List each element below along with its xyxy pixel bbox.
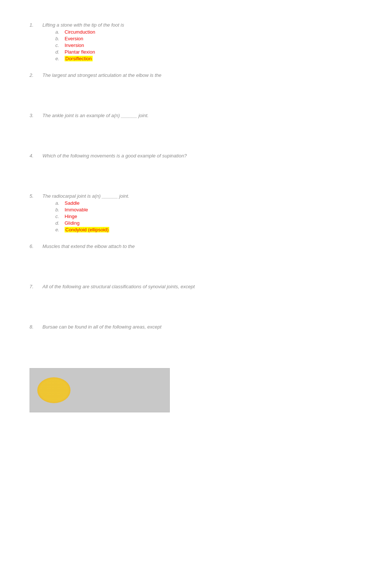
question-block-3: 3.The ankle joint is an example of a(n) …: [30, 113, 362, 142]
question-block-1: 1.Lifting a stone with the tip of the fo…: [30, 22, 362, 61]
question-block-8: 8.Bursae can be found in all of the foll…: [30, 324, 362, 353]
question-block-2: 2.The largest and strongest articulation…: [30, 72, 362, 102]
question-block-7: 7.All of the following are structural cl…: [30, 284, 362, 313]
option-letter-1-3: c.: [55, 42, 65, 48]
options-list-1: a.Circumductionb.Eversionc.Inversiond.Pl…: [55, 29, 362, 61]
question-line-2: 2.The largest and strongest articulation…: [30, 72, 362, 78]
question-number-7: 7.: [30, 284, 42, 289]
question-block-6: 6.Muscles that extend the elbow attach t…: [30, 244, 362, 273]
option-text-5-2: Immovable: [65, 207, 88, 212]
option-text-1-1: Circumduction: [65, 29, 95, 35]
question-text-6: Muscles that extend the elbow attach to …: [42, 244, 135, 249]
option-5-1: a.Saddle: [55, 200, 362, 206]
question-text-1: Lifting a stone with the tip of the foot…: [42, 22, 124, 28]
option-letter-1-4: d.: [55, 49, 65, 55]
option-text-1-3: Inversion: [65, 42, 84, 48]
option-text-5-5: Condyloid (ellipsoid): [65, 227, 109, 232]
option-text-5-1: Saddle: [65, 200, 79, 206]
question-text-7: All of the following are structural clas…: [42, 284, 195, 289]
question-line-7: 7.All of the following are structural cl…: [30, 284, 362, 289]
spacer-4: [30, 160, 362, 182]
option-letter-1-2: b.: [55, 36, 65, 41]
option-1-5: e.Dorsiflection: [55, 56, 362, 61]
option-1-2: b.Eversion: [55, 36, 362, 41]
question-text-2: The largest and strongest articulation a…: [42, 72, 161, 78]
question-text-5: The radiocarpal joint is a(n) ______ joi…: [42, 193, 130, 199]
option-letter-5-3: c.: [55, 214, 65, 219]
option-text-1-5: Dorsiflection: [65, 56, 93, 61]
question-line-4: 4.Which of the following movements is a …: [30, 153, 362, 159]
question-text-8: Bursae can be found in all of the follow…: [42, 324, 161, 330]
question-line-8: 8.Bursae can be found in all of the foll…: [30, 324, 362, 330]
option-1-1: a.Circumduction: [55, 29, 362, 35]
option-letter-5-5: e.: [55, 227, 65, 232]
option-letter-1-1: a.: [55, 29, 65, 35]
option-text-5-3: Hinge: [65, 214, 77, 219]
question-number-6: 6.: [30, 244, 42, 249]
question-number-8: 8.: [30, 324, 42, 330]
option-5-3: c.Hinge: [55, 214, 362, 219]
question-block-5: 5.The radiocarpal joint is a(n) ______ j…: [30, 193, 362, 232]
option-text-1-4: Plantar flexion: [65, 49, 95, 55]
question-line-3: 3.The ankle joint is an example of a(n) …: [30, 113, 362, 118]
question-block-4: 4.Which of the following movements is a …: [30, 153, 362, 182]
spacer-6: [30, 251, 362, 273]
bottom-image: [30, 368, 170, 412]
option-letter-1-5: e.: [55, 56, 65, 61]
spacer-2: [30, 79, 362, 102]
option-letter-5-4: d.: [55, 220, 65, 226]
option-text-1-2: Eversion: [65, 36, 83, 41]
question-line-1: 1.Lifting a stone with the tip of the fo…: [30, 22, 362, 28]
option-text-5-4: Gliding: [65, 220, 79, 226]
question-line-6: 6.Muscles that extend the elbow attach t…: [30, 244, 362, 249]
option-letter-5-2: b.: [55, 207, 65, 212]
spacer-8: [30, 331, 362, 353]
question-number-5: 5.: [30, 193, 42, 199]
question-line-5: 5.The radiocarpal joint is a(n) ______ j…: [30, 193, 362, 199]
question-number-1: 1.: [30, 22, 42, 28]
questions-container: 1.Lifting a stone with the tip of the fo…: [30, 22, 362, 353]
question-number-4: 4.: [30, 153, 42, 159]
question-text-3: The ankle joint is an example of a(n) __…: [42, 113, 149, 118]
spacer-7: [30, 291, 362, 313]
option-5-5: e.Condyloid (ellipsoid): [55, 227, 362, 232]
option-1-3: c.Inversion: [55, 42, 362, 48]
spacer-3: [30, 120, 362, 142]
option-5-4: d.Gliding: [55, 220, 362, 226]
option-letter-5-1: a.: [55, 200, 65, 206]
question-number-2: 2.: [30, 72, 42, 78]
bottom-blob: [37, 377, 71, 403]
option-5-2: b.Immovable: [55, 207, 362, 212]
question-text-4: Which of the following movements is a go…: [42, 153, 187, 159]
options-list-5: a.Saddleb.Immovablec.Hinged.Glidinge.Con…: [55, 200, 362, 232]
question-number-3: 3.: [30, 113, 42, 118]
option-1-4: d.Plantar flexion: [55, 49, 362, 55]
